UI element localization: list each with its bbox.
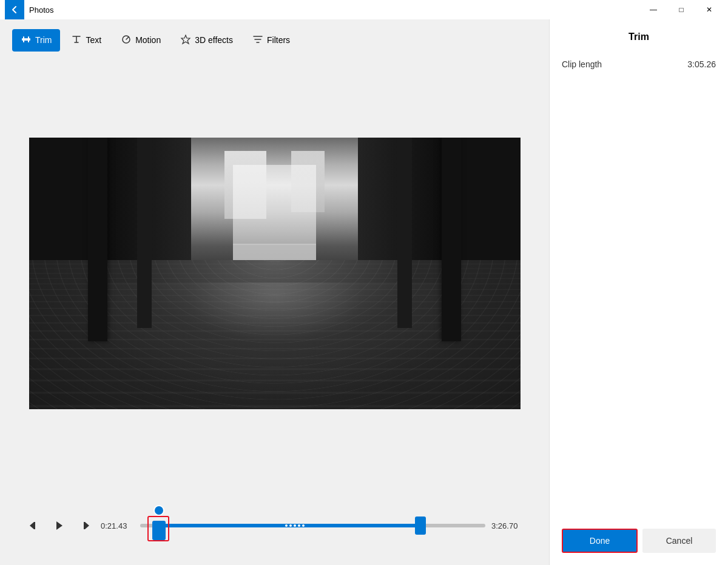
video-frame bbox=[29, 138, 521, 409]
svg-marker-2 bbox=[181, 35, 190, 44]
cancel-button[interactable]: Cancel bbox=[642, 529, 716, 553]
trim-start-box bbox=[152, 521, 166, 540]
effects-label: 3D effects bbox=[195, 35, 233, 45]
play-button[interactable] bbox=[50, 516, 69, 535]
current-time: 0:21.43 bbox=[101, 521, 134, 530]
trim-start-handle[interactable] bbox=[152, 511, 166, 540]
clip-length-value: 3:05.26 bbox=[687, 59, 716, 69]
window-controls: — □ ✕ bbox=[639, 0, 723, 19]
motion-button[interactable]: Motion bbox=[112, 29, 169, 52]
text-button[interactable]: Text bbox=[62, 29, 110, 52]
svg-marker-6 bbox=[85, 522, 89, 529]
clip-length-row: Clip length 3:05.26 bbox=[562, 55, 716, 74]
text-label: Text bbox=[86, 35, 101, 45]
minimize-button[interactable]: — bbox=[639, 0, 667, 19]
controls-area: 0:21.43 bbox=[0, 486, 549, 565]
filters-button[interactable]: Filters bbox=[244, 29, 298, 52]
video-area bbox=[0, 61, 549, 486]
segment-dots bbox=[266, 523, 323, 529]
left-panel: Trim Text Motion bbox=[0, 19, 549, 565]
dot-3 bbox=[294, 524, 296, 527]
timeline[interactable] bbox=[140, 507, 485, 544]
trim-end-box bbox=[415, 517, 426, 535]
maximize-button[interactable]: □ bbox=[667, 0, 695, 19]
skip-forward-button[interactable] bbox=[75, 516, 95, 535]
filters-icon bbox=[252, 34, 263, 47]
trim-label: Trim bbox=[35, 35, 52, 45]
panel-title: Trim bbox=[562, 32, 716, 42]
clip-length-label: Clip length bbox=[562, 59, 602, 69]
back-button[interactable] bbox=[5, 0, 24, 19]
dot-2 bbox=[289, 524, 292, 527]
main-content: Trim Text Motion bbox=[0, 19, 728, 565]
titlebar: Photos — □ ✕ bbox=[0, 0, 728, 19]
trim-icon bbox=[21, 34, 32, 47]
trim-end-handle[interactable] bbox=[415, 517, 426, 535]
svg-rect-4 bbox=[34, 522, 35, 529]
trim-start-circle bbox=[153, 505, 164, 516]
dot-1 bbox=[285, 524, 288, 527]
filters-label: Filters bbox=[267, 35, 290, 45]
right-panel: Trim Clip length 3:05.26 Done Cancel bbox=[549, 19, 728, 565]
trim-button[interactable]: Trim bbox=[12, 29, 60, 52]
close-button[interactable]: ✕ bbox=[695, 0, 723, 19]
motion-icon bbox=[121, 34, 132, 47]
playback-row: 0:21.43 bbox=[24, 507, 525, 544]
motion-label: Motion bbox=[135, 35, 161, 45]
toolbar: Trim Text Motion bbox=[0, 19, 549, 61]
svg-marker-3 bbox=[30, 522, 34, 529]
svg-marker-5 bbox=[56, 521, 62, 530]
panel-actions: Done Cancel bbox=[562, 529, 716, 553]
dot-4 bbox=[298, 524, 300, 527]
done-button[interactable]: Done bbox=[562, 529, 638, 553]
svg-rect-7 bbox=[84, 522, 85, 529]
app-title: Photos bbox=[29, 5, 53, 15]
effects-button[interactable]: 3D effects bbox=[172, 29, 241, 52]
dot-5 bbox=[302, 524, 305, 527]
effects-icon bbox=[180, 34, 191, 47]
timeline-segment bbox=[164, 524, 420, 527]
end-time: 3:26.70 bbox=[491, 521, 525, 530]
video-scene bbox=[29, 138, 521, 409]
text-icon bbox=[71, 34, 82, 47]
panel-spacer bbox=[562, 74, 716, 529]
skip-back-button[interactable] bbox=[24, 516, 44, 535]
